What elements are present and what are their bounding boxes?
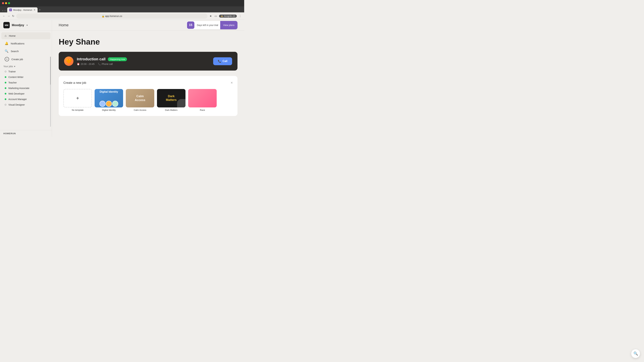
trial-badge: 15 Days left in your trial View plans [186, 21, 238, 29]
job-label: Visual Designer [8, 103, 25, 106]
url-text: app.homerun.co [105, 15, 122, 17]
job-status-dot [5, 76, 6, 78]
job-item-account-manager[interactable]: Account Manager [1, 96, 50, 102]
job-status-dot [5, 87, 6, 89]
new-tab-button[interactable]: + [38, 7, 42, 12]
job-item-teacher[interactable]: Teacher [1, 80, 50, 85]
job-status-icon [5, 104, 6, 106]
sidebar-divider [0, 30, 52, 31]
reader-view-button[interactable]: ▭ [214, 14, 218, 18]
create-job-header: Create a new job × [64, 81, 233, 85]
call-avatar: 🧡 [64, 56, 74, 66]
job-label: Marketing Associate [8, 87, 29, 89]
tab-back-button[interactable]: ‹ [2, 9, 4, 12]
template-card-no-template[interactable]: + No template [64, 89, 92, 111]
jobs-list: Trainer Content Writer Teacher Marketing… [0, 69, 52, 130]
call-button[interactable]: 📞 Call [213, 57, 232, 65]
job-item-web-developer[interactable]: Web Developer [1, 91, 50, 96]
clock-icon: ⏰ [77, 63, 80, 65]
sidebar-item-search[interactable]: 🔍 Search [1, 48, 50, 55]
browser-menu-button[interactable]: ⋮ [238, 14, 242, 18]
scroll-indicator [50, 57, 51, 127]
template-card-dark-matters[interactable]: DarkMatters Dark Matters [157, 89, 186, 111]
forward-button[interactable]: → [7, 14, 11, 18]
create-job-title: Create a new job [64, 81, 86, 85]
happening-now-badge: Happening now [108, 57, 127, 61]
call-title-row: Introduction call Happening now [77, 57, 210, 61]
job-item-marketing-associate[interactable]: Marketing Associate [1, 85, 50, 91]
avatar: MM [3, 22, 10, 28]
templates-grid: + No template Digital Identity [64, 89, 233, 111]
call-details: ⏰ 23:30 - 23:45 📞 Phone call [77, 63, 210, 65]
job-label: Web Developer [8, 92, 24, 95]
job-status-dot [5, 98, 6, 100]
your-jobs-header: Your jobs ▾ [0, 63, 52, 69]
bell-icon: 🔔 [5, 41, 8, 45]
sidebar-item-search-label: Search [11, 50, 19, 53]
template-card-digital-identity[interactable]: Digital Identity Digital Identity [94, 89, 123, 111]
job-item-trainer[interactable]: Trainer [1, 69, 50, 74]
sidebar-item-notifications[interactable]: 🔔 Notifications [1, 40, 50, 47]
close-create-job-button[interactable]: × [230, 81, 233, 85]
your-jobs-chevron-icon: ▾ [14, 65, 15, 68]
template-digital-identity-label: Digital Identity [94, 109, 123, 111]
bookmark-button[interactable]: ★ [209, 14, 212, 18]
sidebar-item-create-job[interactable]: + Create job [1, 55, 50, 63]
template-card-race[interactable]: Race [188, 89, 217, 111]
view-plans-button[interactable]: View plans [220, 21, 238, 29]
job-status-dot [5, 82, 6, 83]
greeting-text: Hey Shane [59, 37, 238, 46]
job-label: Teacher [8, 81, 17, 84]
job-label: Trainer [8, 70, 16, 73]
template-no-template-label: No template [64, 109, 92, 111]
homerun-logo: HOMERUN [0, 130, 52, 137]
call-time: ⏰ 23:30 - 23:45 [77, 63, 94, 65]
tab-forward-button[interactable]: › [4, 9, 6, 12]
face-2 [106, 101, 112, 107]
reload-button[interactable]: ↻ [12, 14, 15, 18]
sidebar-header: MM Moodjoy ▾ [0, 20, 52, 30]
brand-chevron-icon[interactable]: ▾ [26, 24, 28, 26]
minimize-window-button[interactable] [5, 2, 7, 4]
tab-close-button[interactable]: ✕ [34, 8, 36, 11]
sidebar-item-home[interactable]: ⌂ Home [1, 32, 50, 39]
dark-matters-text: DarkMatters [166, 94, 176, 102]
job-label: Content Writer [8, 76, 24, 78]
call-type: 📞 Phone call [98, 63, 113, 65]
template-calm-access-label: Calm Access [126, 109, 154, 111]
active-tab[interactable]: M Moodjoy · Homerun ✕ [7, 7, 38, 12]
content-body: Hey Shane 🧡 Introduction call Happening … [52, 30, 244, 123]
call-info: Introduction call Happening now ⏰ 23:30 … [77, 57, 210, 65]
search-icon: 🔍 [5, 49, 8, 53]
sidebar-item-home-label: Home [9, 34, 16, 37]
face-3 [112, 101, 118, 107]
scroll-thumb [50, 57, 51, 85]
close-window-button[interactable] [2, 2, 4, 4]
incognito-badge: 🕵 Incognito (2) [219, 14, 237, 17]
trial-text: Days left in your trial [195, 24, 220, 26]
url-bar[interactable]: 🔒 app.homerun.co [16, 13, 208, 18]
maximize-window-button[interactable] [8, 2, 10, 4]
browser-actions: ★ ▭ 🕵 Incognito (2) ⋮ [209, 14, 242, 18]
create-job-section: Create a new job × + No template Digit [59, 76, 238, 116]
sidebar-item-create-job-label: Create job [12, 58, 23, 61]
dark-matters-figure [177, 99, 186, 107]
tab-title: Moodjoy · Homerun [13, 9, 32, 11]
calm-access-text: CalmAccess [135, 94, 145, 102]
call-type-text: Phone call [102, 63, 113, 65]
template-race-image [188, 89, 217, 107]
template-dark-matters-label: Dark Matters [157, 109, 186, 111]
template-race-label: Race [188, 109, 217, 111]
app-layout: MM Moodjoy ▾ ⌂ Home 🔔 Notifications 🔍 Se… [0, 20, 244, 137]
sidebar: MM Moodjoy ▾ ⌂ Home 🔔 Notifications 🔍 Se… [0, 20, 52, 137]
job-item-content-writer[interactable]: Content Writer [1, 74, 50, 80]
window-controls [2, 2, 10, 4]
job-item-visual-designer[interactable]: Visual Designer [1, 102, 50, 107]
template-dark-matters-image: DarkMatters [157, 89, 186, 107]
template-card-calm-access[interactable]: CalmAccess Calm Access [126, 89, 154, 111]
address-bar: ← → ↻ 🔒 app.homerun.co ★ ▭ 🕵 Incognito (… [0, 12, 244, 20]
call-button-label: Call [222, 60, 228, 63]
call-avatar-image: 🧡 [64, 56, 74, 66]
main-content: Home 15 Days left in your trial View pla… [52, 20, 244, 137]
back-button[interactable]: ← [2, 14, 6, 18]
